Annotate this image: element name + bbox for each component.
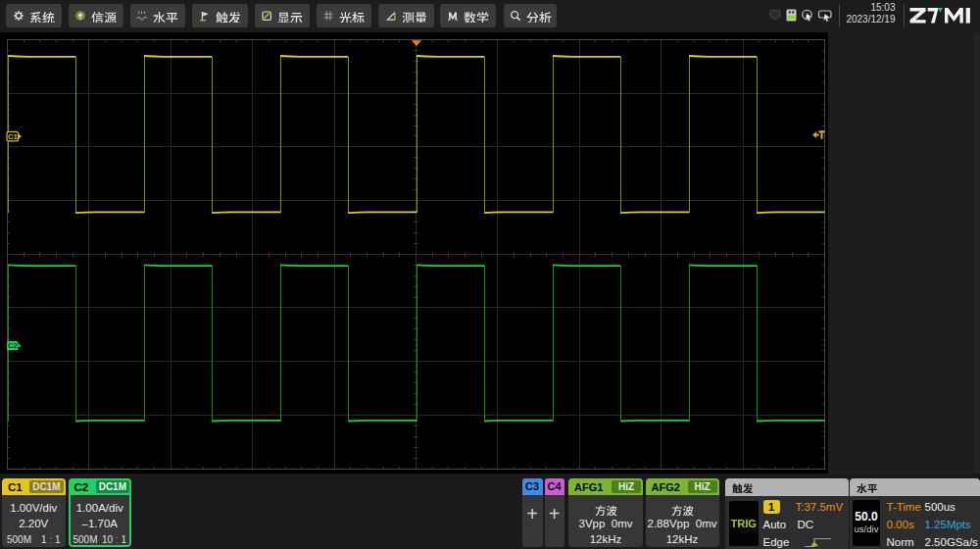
svg-text:C2: C2 xyxy=(8,341,18,350)
svg-text:C1: C1 xyxy=(8,132,18,141)
